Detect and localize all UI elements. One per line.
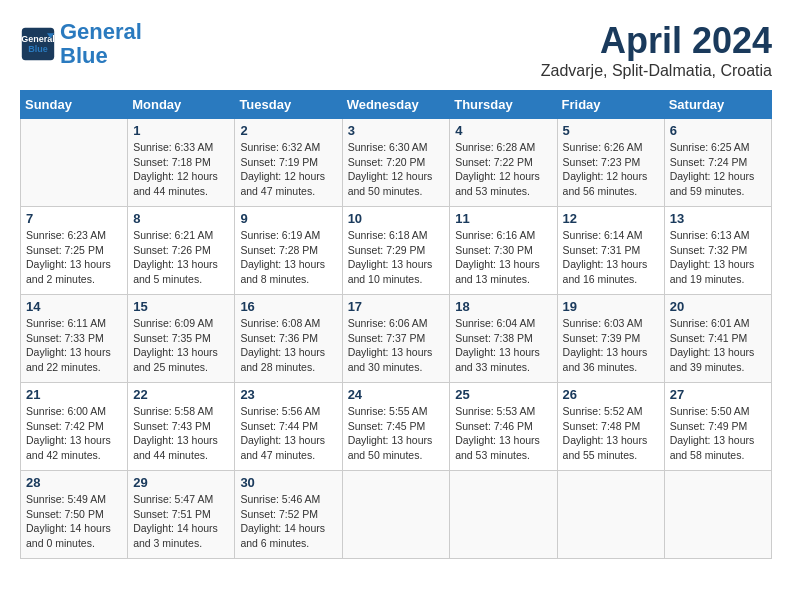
location: Zadvarje, Split-Dalmatia, Croatia — [541, 62, 772, 80]
day-number: 20 — [670, 299, 766, 314]
day-number: 14 — [26, 299, 122, 314]
title-block: April 2024 Zadvarje, Split-Dalmatia, Cro… — [541, 20, 772, 80]
day-info: Sunrise: 6:21 AMSunset: 7:26 PMDaylight:… — [133, 228, 229, 287]
logo-text: General Blue — [60, 20, 142, 68]
day-info: Sunrise: 6:00 AMSunset: 7:42 PMDaylight:… — [26, 404, 122, 463]
calendar-cell: 5Sunrise: 6:26 AMSunset: 7:23 PMDaylight… — [557, 119, 664, 207]
day-info: Sunrise: 5:50 AMSunset: 7:49 PMDaylight:… — [670, 404, 766, 463]
day-number: 9 — [240, 211, 336, 226]
day-number: 3 — [348, 123, 445, 138]
day-info: Sunrise: 5:58 AMSunset: 7:43 PMDaylight:… — [133, 404, 229, 463]
day-info: Sunrise: 6:13 AMSunset: 7:32 PMDaylight:… — [670, 228, 766, 287]
day-info: Sunrise: 6:11 AMSunset: 7:33 PMDaylight:… — [26, 316, 122, 375]
calendar-cell: 3Sunrise: 6:30 AMSunset: 7:20 PMDaylight… — [342, 119, 450, 207]
day-number: 4 — [455, 123, 551, 138]
calendar-table: SundayMondayTuesdayWednesdayThursdayFrid… — [20, 90, 772, 559]
logo-line1: General — [60, 19, 142, 44]
day-number: 15 — [133, 299, 229, 314]
day-number: 23 — [240, 387, 336, 402]
day-number: 12 — [563, 211, 659, 226]
day-info: Sunrise: 5:53 AMSunset: 7:46 PMDaylight:… — [455, 404, 551, 463]
calendar-cell: 9Sunrise: 6:19 AMSunset: 7:28 PMDaylight… — [235, 207, 342, 295]
calendar-cell: 30Sunrise: 5:46 AMSunset: 7:52 PMDayligh… — [235, 471, 342, 559]
calendar-cell — [342, 471, 450, 559]
calendar-cell — [450, 471, 557, 559]
logo-line2: Blue — [60, 43, 108, 68]
day-info: Sunrise: 5:56 AMSunset: 7:44 PMDaylight:… — [240, 404, 336, 463]
day-info: Sunrise: 5:52 AMSunset: 7:48 PMDaylight:… — [563, 404, 659, 463]
day-number: 11 — [455, 211, 551, 226]
calendar-cell: 20Sunrise: 6:01 AMSunset: 7:41 PMDayligh… — [664, 295, 771, 383]
svg-text:Blue: Blue — [28, 44, 48, 54]
day-info: Sunrise: 5:47 AMSunset: 7:51 PMDaylight:… — [133, 492, 229, 551]
day-number: 1 — [133, 123, 229, 138]
day-number: 27 — [670, 387, 766, 402]
day-info: Sunrise: 6:32 AMSunset: 7:19 PMDaylight:… — [240, 140, 336, 199]
calendar-cell: 25Sunrise: 5:53 AMSunset: 7:46 PMDayligh… — [450, 383, 557, 471]
calendar-cell: 22Sunrise: 5:58 AMSunset: 7:43 PMDayligh… — [128, 383, 235, 471]
day-info: Sunrise: 6:14 AMSunset: 7:31 PMDaylight:… — [563, 228, 659, 287]
day-number: 25 — [455, 387, 551, 402]
calendar-cell: 21Sunrise: 6:00 AMSunset: 7:42 PMDayligh… — [21, 383, 128, 471]
calendar-cell — [557, 471, 664, 559]
calendar-cell: 15Sunrise: 6:09 AMSunset: 7:35 PMDayligh… — [128, 295, 235, 383]
day-number: 10 — [348, 211, 445, 226]
day-number: 18 — [455, 299, 551, 314]
logo: General Blue General Blue — [20, 20, 142, 68]
day-number: 7 — [26, 211, 122, 226]
day-info: Sunrise: 6:25 AMSunset: 7:24 PMDaylight:… — [670, 140, 766, 199]
calendar-cell: 10Sunrise: 6:18 AMSunset: 7:29 PMDayligh… — [342, 207, 450, 295]
week-row-3: 14Sunrise: 6:11 AMSunset: 7:33 PMDayligh… — [21, 295, 772, 383]
day-info: Sunrise: 6:01 AMSunset: 7:41 PMDaylight:… — [670, 316, 766, 375]
day-number: 24 — [348, 387, 445, 402]
day-info: Sunrise: 6:30 AMSunset: 7:20 PMDaylight:… — [348, 140, 445, 199]
day-header-tuesday: Tuesday — [235, 91, 342, 119]
calendar-cell: 19Sunrise: 6:03 AMSunset: 7:39 PMDayligh… — [557, 295, 664, 383]
calendar-cell: 8Sunrise: 6:21 AMSunset: 7:26 PMDaylight… — [128, 207, 235, 295]
calendar-cell: 29Sunrise: 5:47 AMSunset: 7:51 PMDayligh… — [128, 471, 235, 559]
day-header-thursday: Thursday — [450, 91, 557, 119]
calendar-cell — [664, 471, 771, 559]
day-number: 21 — [26, 387, 122, 402]
calendar-cell: 4Sunrise: 6:28 AMSunset: 7:22 PMDaylight… — [450, 119, 557, 207]
week-row-5: 28Sunrise: 5:49 AMSunset: 7:50 PMDayligh… — [21, 471, 772, 559]
day-info: Sunrise: 6:18 AMSunset: 7:29 PMDaylight:… — [348, 228, 445, 287]
calendar-cell: 24Sunrise: 5:55 AMSunset: 7:45 PMDayligh… — [342, 383, 450, 471]
day-header-saturday: Saturday — [664, 91, 771, 119]
day-info: Sunrise: 6:19 AMSunset: 7:28 PMDaylight:… — [240, 228, 336, 287]
day-info: Sunrise: 6:06 AMSunset: 7:37 PMDaylight:… — [348, 316, 445, 375]
calendar-cell: 16Sunrise: 6:08 AMSunset: 7:36 PMDayligh… — [235, 295, 342, 383]
day-number: 29 — [133, 475, 229, 490]
day-info: Sunrise: 5:55 AMSunset: 7:45 PMDaylight:… — [348, 404, 445, 463]
day-number: 17 — [348, 299, 445, 314]
calendar-cell — [21, 119, 128, 207]
day-number: 30 — [240, 475, 336, 490]
day-info: Sunrise: 6:33 AMSunset: 7:18 PMDaylight:… — [133, 140, 229, 199]
logo-icon: General Blue — [20, 26, 56, 62]
calendar-header-row: SundayMondayTuesdayWednesdayThursdayFrid… — [21, 91, 772, 119]
calendar-cell: 6Sunrise: 6:25 AMSunset: 7:24 PMDaylight… — [664, 119, 771, 207]
day-number: 13 — [670, 211, 766, 226]
day-info: Sunrise: 6:04 AMSunset: 7:38 PMDaylight:… — [455, 316, 551, 375]
week-row-4: 21Sunrise: 6:00 AMSunset: 7:42 PMDayligh… — [21, 383, 772, 471]
day-number: 8 — [133, 211, 229, 226]
calendar-cell: 13Sunrise: 6:13 AMSunset: 7:32 PMDayligh… — [664, 207, 771, 295]
calendar-cell: 27Sunrise: 5:50 AMSunset: 7:49 PMDayligh… — [664, 383, 771, 471]
day-info: Sunrise: 6:28 AMSunset: 7:22 PMDaylight:… — [455, 140, 551, 199]
day-info: Sunrise: 6:08 AMSunset: 7:36 PMDaylight:… — [240, 316, 336, 375]
calendar-cell: 23Sunrise: 5:56 AMSunset: 7:44 PMDayligh… — [235, 383, 342, 471]
calendar-cell: 7Sunrise: 6:23 AMSunset: 7:25 PMDaylight… — [21, 207, 128, 295]
day-info: Sunrise: 6:16 AMSunset: 7:30 PMDaylight:… — [455, 228, 551, 287]
week-row-2: 7Sunrise: 6:23 AMSunset: 7:25 PMDaylight… — [21, 207, 772, 295]
calendar-cell: 2Sunrise: 6:32 AMSunset: 7:19 PMDaylight… — [235, 119, 342, 207]
calendar-cell: 14Sunrise: 6:11 AMSunset: 7:33 PMDayligh… — [21, 295, 128, 383]
day-info: Sunrise: 5:46 AMSunset: 7:52 PMDaylight:… — [240, 492, 336, 551]
day-number: 28 — [26, 475, 122, 490]
day-header-sunday: Sunday — [21, 91, 128, 119]
day-number: 22 — [133, 387, 229, 402]
day-info: Sunrise: 6:26 AMSunset: 7:23 PMDaylight:… — [563, 140, 659, 199]
page-header: General Blue General Blue April 2024 Zad… — [20, 20, 772, 80]
calendar-cell: 26Sunrise: 5:52 AMSunset: 7:48 PMDayligh… — [557, 383, 664, 471]
day-number: 19 — [563, 299, 659, 314]
day-number: 5 — [563, 123, 659, 138]
